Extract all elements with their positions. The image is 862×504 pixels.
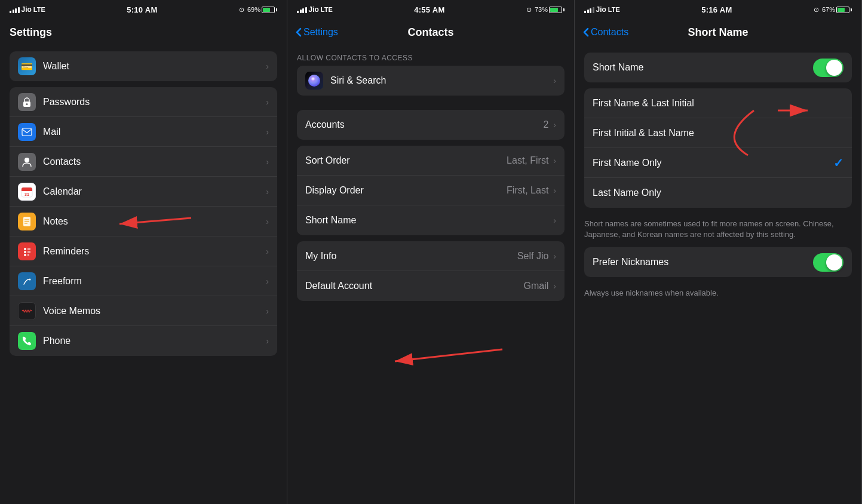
settings-item-mail[interactable]: Mail › xyxy=(10,117,277,147)
svg-point-3 xyxy=(24,158,29,162)
chevron-icon-display: › xyxy=(553,186,556,195)
signal-bars-2 xyxy=(297,6,307,13)
panel-shortname: Jio LTE 5:16 AM ⊙ 67% Contacts Short Nam… xyxy=(575,0,862,504)
chevron-icon-reminders: › xyxy=(266,247,269,256)
svg-point-14 xyxy=(24,254,26,256)
option-first-last-initial[interactable]: First Name & Last Initial xyxy=(584,88,852,118)
battery-body-3 xyxy=(836,7,849,13)
prefer-nicknames-row[interactable]: Prefer Nicknames xyxy=(584,247,852,277)
settings-item-wallet[interactable]: 💳 Wallet › xyxy=(10,51,277,81)
myinfo-label: My Info xyxy=(305,251,517,262)
contacts-item-myinfo[interactable]: My Info Self Jio › xyxy=(297,241,565,271)
defaultaccount-label: Default Account xyxy=(305,281,524,291)
wifi-icon-3: ⊙ xyxy=(814,6,819,14)
back-button-contacts[interactable]: Settings xyxy=(296,27,338,38)
signal-bars-3 xyxy=(584,6,594,13)
shortname-toggle-row[interactable]: Short Name xyxy=(584,53,852,82)
mail-label: Mail xyxy=(43,127,265,137)
prefer-nicknames-toggle[interactable] xyxy=(813,253,843,272)
status-icons-1: ⊙ 69% xyxy=(239,6,277,14)
voicememos-icon xyxy=(18,302,36,320)
contacts-item-defaultaccount[interactable]: Default Account Gmail › xyxy=(297,271,565,301)
svg-point-18 xyxy=(29,278,31,280)
settings-item-reminders[interactable]: Reminders › xyxy=(10,236,277,266)
page-title-shortname: Short Name xyxy=(688,26,748,39)
myinfo-value: Self Jio xyxy=(517,251,548,262)
chevron-icon-sort: › xyxy=(553,156,556,165)
chevron-icon-contacts: › xyxy=(266,157,269,167)
settings-item-phone[interactable]: Phone › xyxy=(10,326,277,356)
signal-bars-1 xyxy=(10,6,20,13)
option-first-name-only[interactable]: First Name Only ✓ xyxy=(584,148,852,178)
contacts-label: Contacts xyxy=(43,156,265,167)
freeform-label: Freeform xyxy=(43,276,265,287)
toggle-thumb-shortname xyxy=(826,60,842,76)
defaultaccount-value: Gmail xyxy=(524,281,549,291)
nav-bar-shortname: Contacts Short Name xyxy=(575,18,861,47)
contacts-content: ALLOW CONTACTS TO ACCESS Siri & Search ›… xyxy=(287,47,574,504)
chevron-icon-myinfo: › xyxy=(553,251,556,261)
chevron-icon-accounts: › xyxy=(553,120,556,130)
settings-item-freeform[interactable]: Freeform › xyxy=(10,266,277,296)
option-first-initial-last[interactable]: First Initial & Last Name xyxy=(584,118,852,148)
wifi-icon-1: ⊙ xyxy=(239,6,244,14)
settings-item-voicememos[interactable]: Voice Memos › xyxy=(10,296,277,326)
option-label-0: First Name & Last Initial xyxy=(593,98,843,109)
option-label-1: First Initial & Last Name xyxy=(593,128,843,139)
settings-item-passwords[interactable]: Passwords › xyxy=(10,87,277,117)
contacts-item-sort[interactable]: Sort Order Last, First › xyxy=(297,146,565,176)
svg-rect-6 xyxy=(22,189,32,191)
sort-value: Last, First xyxy=(507,155,548,166)
voicememos-label: Voice Memos xyxy=(43,306,265,316)
phone-label: Phone xyxy=(43,336,265,346)
contacts-item-siri[interactable]: Siri & Search › xyxy=(297,66,565,96)
reminders-icon xyxy=(18,242,36,260)
contacts-item-shortname[interactable]: Short Name › xyxy=(297,205,565,235)
battery-body-1 xyxy=(262,7,275,13)
shortname-toggle-group: Short Name xyxy=(584,53,852,82)
carrier-1: Jio LTE xyxy=(10,5,45,14)
status-icons-3: ⊙ 67% xyxy=(814,6,852,14)
battery-tip-1 xyxy=(276,8,277,11)
chevron-icon-freeform: › xyxy=(266,276,269,286)
option-last-name-only[interactable]: Last Name Only xyxy=(584,178,852,208)
accounts-label: Accounts xyxy=(305,119,543,130)
contacts-order-group: Sort Order Last, First › Display Order F… xyxy=(297,146,565,235)
shortname-toggle[interactable] xyxy=(813,59,843,77)
status-bar-3: Jio LTE 5:16 AM ⊙ 67% xyxy=(575,0,861,18)
prefer-nicknames-label: Prefer Nicknames xyxy=(593,257,813,268)
accounts-value: 2 xyxy=(543,119,548,130)
settings-item-notes[interactable]: Notes › xyxy=(10,207,277,236)
svg-point-12 xyxy=(24,248,26,250)
reminders-label: Reminders xyxy=(43,246,265,257)
page-title-settings: Settings xyxy=(10,26,52,39)
panel-contacts: Jio LTE 4:55 AM ⊙ 73% Settings Contacts … xyxy=(287,0,575,504)
chevron-icon-phone: › xyxy=(266,336,269,346)
battery-fill-3 xyxy=(838,8,845,12)
settings-item-calendar[interactable]: 31 Calendar › xyxy=(10,177,277,207)
wifi-icon-2: ⊙ xyxy=(526,6,532,14)
chevron-icon-wallet: › xyxy=(266,62,269,71)
mail-icon xyxy=(18,123,36,141)
battery-3: 67% xyxy=(822,6,852,13)
contacts-info-group: My Info Self Jio › Default Account Gmail… xyxy=(297,241,565,301)
battery-tip-2 xyxy=(563,8,565,11)
option-label-2: First Name Only xyxy=(593,158,833,168)
shortname-description: Short names are sometimes used to fit mo… xyxy=(575,214,861,247)
contacts-item-display[interactable]: Display Order First, Last › xyxy=(297,176,565,205)
wallet-label: Wallet xyxy=(43,61,265,72)
svg-text:31: 31 xyxy=(24,192,29,196)
settings-item-contacts[interactable]: Contacts › xyxy=(10,147,277,177)
chevron-icon-notes: › xyxy=(266,217,269,226)
contacts-item-accounts[interactable]: Accounts 2 › xyxy=(297,110,565,140)
back-button-shortname[interactable]: Contacts xyxy=(583,27,628,38)
battery-fill-1 xyxy=(263,8,270,12)
carrier-3: Jio LTE xyxy=(584,5,620,14)
siri-label: Siri & Search xyxy=(330,75,552,86)
panel-settings: Jio LTE 5:10 AM ⊙ 69% Settings 💳 xyxy=(0,0,287,504)
settings-list: 💳 Wallet › Passwords › xyxy=(0,47,287,504)
main-settings-group: Passwords › Mail › xyxy=(10,87,277,356)
chevron-icon-voicememos: › xyxy=(266,306,269,316)
contacts-icon xyxy=(18,153,36,171)
passwords-icon xyxy=(18,93,36,111)
